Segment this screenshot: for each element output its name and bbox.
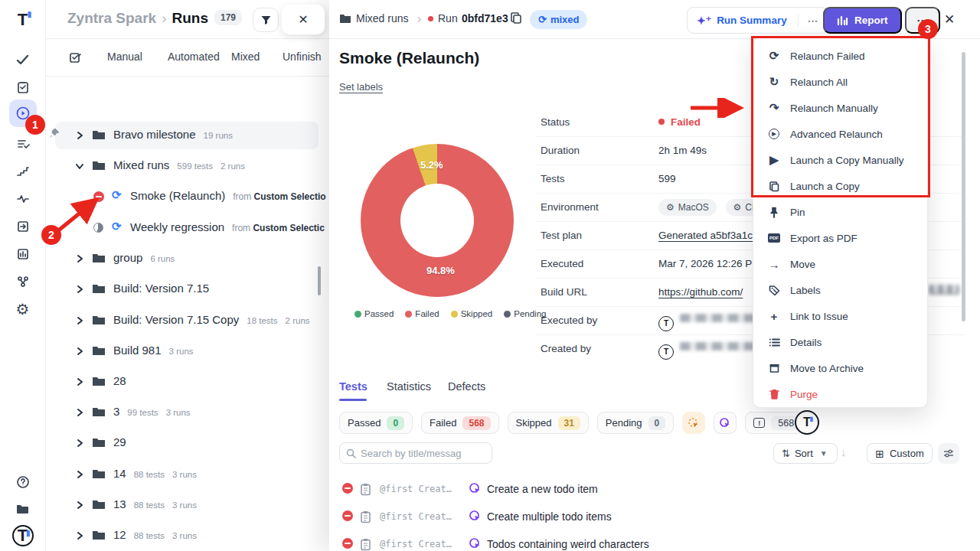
tree-row-mixed-runs[interactable]: Mixed runs599 tests2 runs bbox=[46, 151, 329, 181]
test-row[interactable]: @first Creat… Create multiple todo items bbox=[329, 507, 972, 528]
menu-item-advanced-relaunch[interactable]: ▶Advanced Relaunch bbox=[753, 121, 927, 147]
flaky-filter-icon-button[interactable] bbox=[682, 412, 705, 434]
tab-manual[interactable]: Manual bbox=[107, 51, 142, 63]
menu-item-link-to-issue[interactable]: +Link to Issue bbox=[753, 303, 927, 329]
custom-columns-button[interactable]: ⊞ Custom bbox=[867, 443, 933, 464]
report-button[interactable]: Report bbox=[823, 7, 902, 34]
menu-item-pin[interactable]: Pin bbox=[753, 199, 927, 225]
assignee-avatar[interactable]: T▮ bbox=[795, 410, 819, 435]
tab-tests[interactable]: Tests bbox=[339, 380, 368, 393]
tree-row-14[interactable]: 1488 tests3 runs bbox=[46, 459, 329, 490]
nav-analytics-icon[interactable] bbox=[9, 187, 37, 211]
tree-row-3[interactable]: 399 tests3 runs bbox=[46, 397, 329, 428]
set-labels-link[interactable]: Set labels bbox=[339, 81, 383, 93]
tree-row-build-981[interactable]: Build 9813 runs bbox=[46, 336, 329, 367]
menu-item-relaunch-failed[interactable]: ⟳Relaunch Failed bbox=[753, 43, 927, 69]
chip-passed[interactable]: Passed0 bbox=[339, 412, 413, 434]
nav-milestones-icon[interactable] bbox=[9, 159, 37, 184]
copy-run-id-icon[interactable] bbox=[510, 11, 522, 27]
tab-statistics[interactable]: Statistics bbox=[387, 380, 431, 393]
projects-folder-icon[interactable] bbox=[9, 496, 37, 520]
search-icon bbox=[346, 448, 356, 458]
test-row[interactable]: @first Creat… Todos containing weird cha… bbox=[329, 534, 972, 551]
search-box[interactable] bbox=[339, 442, 492, 464]
chevron-down-icon[interactable] bbox=[74, 161, 85, 171]
menu-item-relaunch-all[interactable]: ↻Relaunch All bbox=[753, 69, 927, 95]
tree-scrollbar[interactable] bbox=[318, 266, 321, 295]
help-icon[interactable] bbox=[9, 470, 37, 494]
test-plan-link[interactable]: Generated a5bf3a1c bbox=[658, 230, 753, 241]
clipboard-icon bbox=[360, 538, 371, 551]
failed-status-icon bbox=[93, 191, 104, 202]
tree-item-label[interactable]: Bravo milestone19 runs bbox=[113, 128, 233, 141]
test-title[interactable]: Create a new todo item bbox=[487, 483, 598, 495]
nav-import-icon[interactable] bbox=[9, 214, 37, 239]
nav-test-plans-icon[interactable] bbox=[9, 75, 37, 99]
project-name[interactable]: Zyntra Spark bbox=[67, 10, 156, 26]
tree-row-smoke-relaunch[interactable]: ⟳ Smoke (Relaunch)from Custom Selectio bbox=[46, 181, 329, 212]
tree-row-bravo-milestone[interactable]: Bravo milestone19 runs bbox=[46, 120, 329, 151]
menu-item-labels[interactable]: Labels bbox=[753, 277, 927, 303]
test-row[interactable]: @first Creat… Create a new todo item bbox=[329, 479, 972, 500]
test-title[interactable]: Todos containing weird characters bbox=[487, 538, 649, 550]
menu-item-launch-copy-manually[interactable]: ▶Launch a Copy Manually bbox=[753, 147, 927, 173]
drawer-scrollbar[interactable] bbox=[962, 52, 965, 321]
test-title[interactable]: Create multiple todo items bbox=[487, 510, 612, 523]
clear-filter-button[interactable]: ✕ bbox=[282, 5, 325, 34]
run-type-tabs: Manual Automated Mixed Unfinish bbox=[46, 39, 329, 77]
env-pill-macos[interactable]: ⚙MacOS bbox=[658, 199, 717, 216]
nav-settings-icon[interactable]: ⚙ bbox=[9, 297, 37, 321]
nav-tests-icon[interactable] bbox=[9, 47, 37, 72]
search-input[interactable] bbox=[361, 448, 483, 459]
tree-row-28[interactable]: 28 bbox=[46, 367, 329, 397]
menu-item-purge[interactable]: Purge bbox=[753, 381, 927, 407]
legend-skipped[interactable]: Skipped bbox=[451, 309, 493, 318]
tree-row-weekly-regression[interactable]: ⟳ Weekly regressionfrom Custom Selectic bbox=[46, 213, 329, 243]
tree-row-12[interactable]: 1288 tests3 runs bbox=[46, 520, 329, 551]
play-circle-icon: ▶ bbox=[767, 129, 781, 139]
auto-click-filter-icon-button[interactable] bbox=[714, 412, 737, 434]
build-url-link[interactable]: https://github.com/ bbox=[658, 286, 743, 298]
legend-passed[interactable]: Passed bbox=[354, 309, 394, 318]
tree-row-29[interactable]: 29 bbox=[46, 428, 329, 458]
account-avatar[interactable]: T▮ bbox=[9, 523, 37, 548]
menu-item-relaunch-manually[interactable]: ↷Relaunch Manually bbox=[753, 95, 927, 121]
tree-item-label[interactable]: Smoke (Relaunch)from Custom Selectio bbox=[130, 189, 326, 202]
chip-skipped[interactable]: Skipped31 bbox=[508, 412, 589, 434]
tab-mixed[interactable]: Mixed bbox=[231, 51, 260, 63]
breadcrumb-folder[interactable]: Mixed runs bbox=[356, 12, 408, 24]
menu-item-export-pdf[interactable]: PDFExport as PDF bbox=[753, 225, 927, 251]
chip-failed[interactable]: Failed568 bbox=[421, 412, 498, 434]
menu-item-details[interactable]: Details bbox=[753, 329, 927, 355]
app-logo-icon[interactable]: T▮ bbox=[9, 8, 37, 32]
tree-row-build-715[interactable]: Build: Version 7.15 bbox=[46, 274, 329, 305]
tab-defects[interactable]: Defects bbox=[448, 380, 485, 393]
tree-item-label[interactable]: Mixed runs599 tests2 runs bbox=[113, 158, 245, 171]
trash-icon bbox=[767, 389, 781, 399]
menu-item-move[interactable]: →Move bbox=[753, 251, 927, 277]
tests-meta: 599 tests bbox=[177, 161, 213, 171]
nav-branches-icon[interactable] bbox=[9, 269, 37, 294]
sort-direction-button[interactable]: ↓ bbox=[841, 445, 847, 458]
chevron-right-icon[interactable] bbox=[74, 130, 85, 141]
tab-automated[interactable]: Automated bbox=[168, 51, 220, 63]
tree-row-group[interactable]: group6 runs bbox=[46, 243, 329, 274]
nav-reports-icon[interactable] bbox=[9, 242, 37, 266]
legend-failed[interactable]: Failed bbox=[405, 309, 439, 318]
bulk-select-icon[interactable] bbox=[61, 45, 89, 70]
run-summary-button[interactable]: ✦⁺Run Summary ⋯ bbox=[687, 7, 828, 34]
tree-row-build-715-copy[interactable]: Build: Version 7.15 Copy18 tests2 runs bbox=[46, 305, 329, 336]
tree-item-label[interactable]: Weekly regressionfrom Custom Selectic bbox=[130, 220, 325, 233]
menu-item-launch-copy[interactable]: Launch a Copy bbox=[753, 173, 927, 199]
nav-results-icon[interactable] bbox=[9, 132, 37, 156]
close-drawer-icon[interactable]: ✕ bbox=[944, 11, 955, 28]
filter-button[interactable] bbox=[253, 8, 279, 32]
chip-pending[interactable]: Pending0 bbox=[597, 412, 674, 434]
in-progress-status-icon bbox=[93, 223, 103, 233]
failed-status-icon bbox=[342, 538, 353, 549]
tab-unfinished[interactable]: Unfinish bbox=[283, 51, 322, 63]
tree-row-13[interactable]: 1388 tests3 runs bbox=[46, 490, 329, 520]
sort-button[interactable]: ⇅ Sort ▼ bbox=[773, 443, 838, 464]
menu-item-move-to-archive[interactable]: Move to Archive bbox=[753, 355, 927, 381]
view-settings-button[interactable] bbox=[938, 443, 959, 464]
